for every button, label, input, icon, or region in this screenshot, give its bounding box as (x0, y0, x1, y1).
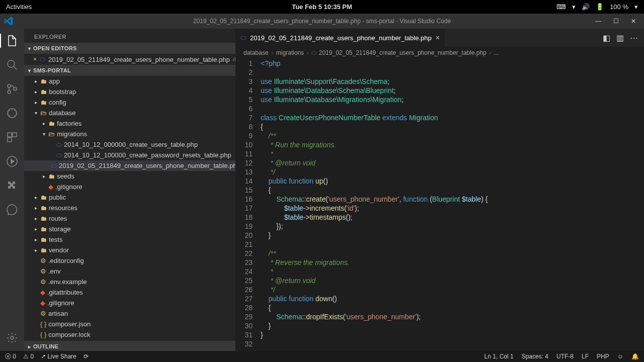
tree-row[interactable]: ▸🖿resources (24, 203, 235, 213)
tree-row[interactable]: ▸🖿public (24, 192, 235, 203)
window-title: 2019_02_05_211849_create_users_phone_num… (193, 18, 451, 25)
tree-row[interactable]: ▸🖿routes (24, 213, 235, 224)
split-editor-icon[interactable]: ▥ (616, 33, 624, 43)
open-editor-item[interactable]: × ⬭ 2019_02_05_211849_create_users_phone… (24, 54, 235, 65)
activity-bar (0, 29, 24, 352)
open-editors-header[interactable]: ▾OPEN EDITORS (24, 43, 235, 54)
puzzle-icon[interactable] (5, 178, 19, 193)
errors-indicator[interactable]: ⓧ 0 (5, 352, 16, 361)
tree-row[interactable]: ◆.gitignore (24, 182, 235, 192)
explorer-icon[interactable] (5, 34, 19, 48)
tree-row[interactable]: ⚙.env.example (24, 277, 235, 287)
tree-row[interactable]: { }composer.lock (24, 329, 235, 340)
svg-point-0 (8, 60, 15, 67)
battery-icon[interactable]: 🔋 (596, 3, 604, 11)
clock[interactable]: Tue Feb 5 10:35 PM (292, 3, 352, 11)
wifi-icon[interactable]: ▾ (572, 3, 576, 11)
close-icon[interactable]: × (33, 56, 37, 63)
feedback-icon[interactable]: ☺ (617, 353, 623, 360)
tree-row[interactable]: ⚙.editorconfig (24, 255, 235, 266)
php-icon: ⬭ (40, 55, 45, 63)
system-menu-icon[interactable]: ▾ (634, 3, 638, 11)
tree-row[interactable]: ⚙.env (24, 266, 235, 277)
volume-icon[interactable]: 🔊 (582, 3, 590, 11)
notifications-icon[interactable]: 🔔 (631, 353, 639, 360)
svg-point-1 (8, 84, 11, 87)
open-editor-label: 2019_02_05_211849_create_users_phone_num… (48, 56, 230, 63)
svg-point-9 (11, 336, 14, 339)
php-icon: ⬭ (240, 34, 246, 42)
status-bar: ⓧ 0 ⚠ 0 ↗ Live Share ⟳ Ln 1, Col 1 Space… (0, 351, 644, 362)
tree-row[interactable]: ▸🖿bootstrap (24, 86, 235, 97)
file-tree: ▸🖿app▸🖿bootstrap▸🖿config▾🗁database▸🖿fact… (24, 76, 235, 341)
eol[interactable]: LF (582, 353, 589, 360)
tree-row[interactable]: ⬭2014_10_12_100000_create_password_reset… (24, 150, 235, 160)
breadcrumbs[interactable]: database›migrations›⬭ 2019_02_05_211849_… (235, 47, 644, 59)
tree-row[interactable]: ▸🖿config (24, 97, 235, 108)
svg-rect-5 (8, 133, 12, 137)
warnings-indicator[interactable]: ⚠ 0 (23, 353, 34, 360)
vscode-logo-icon (4, 17, 13, 26)
extensions-icon[interactable] (5, 130, 19, 144)
tree-row[interactable]: ◆.gitignore (24, 298, 235, 308)
window-minimize-icon[interactable]: — (595, 18, 601, 25)
tree-row[interactable]: ▸🖿app (24, 76, 235, 86)
editor-tab[interactable]: ⬭ 2019_02_05_211849_create_users_phone_n… (235, 29, 445, 47)
desktop-topbar: Activities Tue Feb 5 10:35 PM ⌨ ▾ 🔊 🔋 10… (0, 0, 644, 14)
encoding[interactable]: UTF-8 (556, 353, 574, 360)
tree-row[interactable]: ▾🗁migrations (24, 129, 235, 139)
search-icon[interactable] (5, 58, 19, 72)
keyboard-icon[interactable]: ⌨ (556, 3, 566, 11)
source-control-icon[interactable] (5, 82, 19, 96)
code-content[interactable]: <?php use Illuminate\Support\Facades\Sch… (261, 59, 644, 352)
tree-row[interactable]: ⬭2014_10_12_000000_create_users_table.ph… (24, 139, 235, 150)
window-titlebar: 2019_02_05_211849_create_users_phone_num… (0, 14, 644, 29)
svg-rect-6 (13, 133, 17, 137)
tree-row[interactable]: ▸🖿storage (24, 224, 235, 234)
line-gutter: 1234567891011121314151617181920212223242… (235, 59, 261, 352)
tree-row[interactable]: ▾🗁database (24, 108, 235, 118)
settings-gear-icon[interactable] (5, 331, 19, 345)
tree-row[interactable]: ▸🖿seeds (24, 171, 235, 182)
indentation[interactable]: Spaces: 4 (522, 353, 548, 360)
live-share-button[interactable]: ↗ Live Share (41, 353, 76, 360)
breadcrumb-item[interactable]: database (244, 49, 268, 56)
tree-row[interactable]: ▸🖿tests (24, 234, 235, 245)
close-icon[interactable]: × (436, 34, 440, 42)
svg-point-4 (8, 109, 17, 118)
window-maximize-icon[interactable]: ☐ (613, 18, 619, 25)
compare-icon[interactable]: ◧ (603, 33, 610, 43)
breadcrumb-item[interactable]: ⬭ 2019_02_05_211849_create_users_phone_n… (311, 49, 486, 57)
svg-point-3 (14, 87, 17, 90)
tab-label: 2019_02_05_211849_create_users_phone_num… (250, 34, 432, 42)
sidebar: EXPLORER ▾OPEN EDITORS × ⬭ 2019_02_05_21… (24, 29, 235, 352)
editor-area: ⬭ 2019_02_05_211849_create_users_phone_n… (235, 29, 644, 352)
tree-row[interactable]: ⬭2019_02_05_211849_create_users_phone_nu… (24, 160, 235, 171)
debug-icon[interactable] (5, 106, 19, 120)
more-icon[interactable]: ⋯ (630, 33, 638, 43)
activities-button[interactable]: Activities (6, 3, 32, 11)
outline-header[interactable]: ▸OUTLINE (24, 341, 235, 352)
live-share-icon[interactable] (5, 203, 19, 217)
editor-tabs: ⬭ 2019_02_05_211849_create_users_phone_n… (235, 29, 644, 47)
code-editor[interactable]: 1234567891011121314151617181920212223242… (235, 59, 644, 352)
tree-row[interactable]: ◆.gitattributes (24, 287, 235, 298)
breadcrumb-item[interactable]: ... (494, 49, 499, 56)
svg-point-2 (8, 90, 11, 94)
cursor-position[interactable]: Ln 1, Col 1 (485, 353, 514, 360)
window-close-icon[interactable]: ✕ (631, 18, 636, 25)
breadcrumb-item[interactable]: migrations (276, 49, 304, 56)
tree-row[interactable]: ▸🖿vendor (24, 245, 235, 255)
sync-icon[interactable]: ⟳ (84, 353, 89, 360)
tree-row[interactable]: ▸🖿factories (24, 118, 235, 129)
project-header[interactable]: ▾SMS-PORTAL (24, 65, 235, 76)
sidebar-title: EXPLORER (24, 29, 235, 43)
language-mode[interactable]: PHP (597, 353, 609, 360)
tree-row[interactable]: ⚙artisan (24, 308, 235, 319)
battery-text: 100 % (610, 3, 628, 11)
run-icon[interactable] (5, 154, 19, 168)
svg-rect-7 (8, 138, 12, 142)
tree-row[interactable]: { }composer.json (24, 319, 235, 329)
